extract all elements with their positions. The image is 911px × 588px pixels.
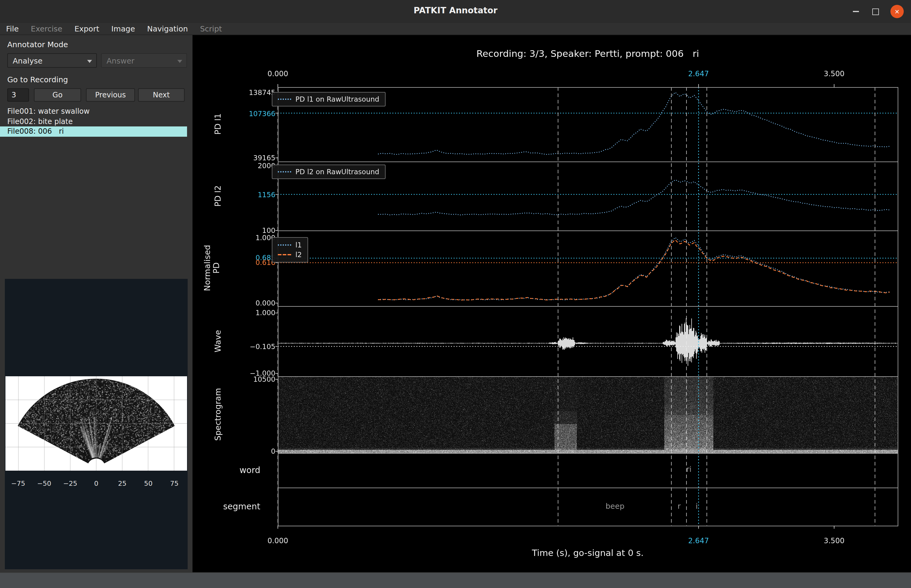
legend-pd-l1: PD l1 on RawUltrasound [272, 92, 385, 107]
legend-label: PD l1 on RawUltrasound [295, 95, 379, 103]
legend-label: l1 [295, 241, 302, 249]
tier-label-segment: segment [200, 501, 260, 511]
plot-canvas[interactable] [193, 35, 911, 572]
ultrasound-figure: −75 −50 −25 0 25 50 75 [5, 279, 188, 569]
minimize-icon [853, 11, 859, 12]
axis-label-wave: Wave [214, 330, 222, 352]
plot-region: Recording: 3/3, Speaker: Pertti, prompt:… [193, 35, 911, 572]
maximize-button[interactable] [869, 5, 882, 18]
segment-interval-text[interactable]: beep [588, 501, 642, 510]
line-sample-icon [278, 99, 291, 100]
ultrasound-xtick: 50 [136, 480, 160, 488]
ultrasound-xtick: 0 [84, 480, 108, 488]
xtick-top-cursor: 2.647 [671, 69, 726, 78]
chevron-down-icon [177, 60, 182, 63]
recording-number-input[interactable] [7, 88, 29, 102]
close-button[interactable]: ✕ [890, 5, 904, 18]
legend-pd-l2: PD l2 on RawUltrasound [272, 165, 385, 179]
xtick-bottom: 0.000 [251, 536, 305, 545]
maximize-icon [872, 8, 879, 15]
ytick: 10500 [227, 375, 275, 383]
axis-label-spectrogram: Spectrogram [214, 388, 222, 441]
xtick-top: 0.000 [251, 69, 305, 78]
menu-file[interactable]: File [0, 24, 25, 33]
ultrasound-xtick: −50 [32, 480, 56, 488]
legend-label: l2 [295, 250, 302, 259]
ytick: 2000 [227, 162, 275, 170]
ytick: 138745 [227, 88, 275, 97]
legend-normalised: l1 l2 [272, 237, 308, 263]
go-button[interactable]: Go [34, 88, 81, 102]
answer-select: Answer [101, 53, 187, 68]
ultrasound-canvas [5, 376, 187, 471]
titlebar: PATKIT Annotator ✕ [0, 0, 911, 23]
ytick-highlight: 107366 [227, 110, 275, 118]
menu-export[interactable]: Export [68, 24, 105, 33]
list-item[interactable]: File002: bite plate [0, 116, 193, 126]
list-item[interactable]: File001: water swallow [0, 107, 193, 116]
ytick: 0.000 [227, 299, 275, 307]
app-window: PATKIT Annotator ✕ File Exercise Export … [0, 0, 911, 588]
next-button[interactable]: Next [138, 88, 184, 102]
mode-select-value: Analyse [13, 56, 42, 65]
ytick: 0 [227, 447, 275, 456]
menu-navigation[interactable]: Navigation [141, 24, 194, 33]
ytick: −0.105 [227, 342, 275, 351]
word-interval-text[interactable]: ri [662, 465, 716, 474]
ytick-highlight-orange: 0.616 [227, 258, 275, 267]
menu-image[interactable]: Image [105, 24, 141, 33]
mode-select[interactable]: Analyse [7, 53, 97, 68]
minimize-button[interactable] [849, 5, 862, 18]
axis-label-pd-l1: PD l1 [214, 113, 222, 135]
close-icon: ✕ [895, 8, 900, 15]
ultrasound-xtick: −25 [58, 480, 83, 488]
axis-label-normalised-pd: Normalised PD [203, 245, 221, 291]
answer-select-value: Answer [107, 56, 134, 65]
xtick-bottom: 3.500 [807, 536, 861, 545]
window-title: PATKIT Annotator [0, 5, 911, 15]
sidebar: Annotator Mode Analyse Answer Go to Reco… [0, 35, 193, 572]
ytick: 39165 [227, 153, 275, 162]
xtick-bottom-cursor: 2.647 [671, 536, 726, 545]
ytick: 1.000 [227, 309, 275, 317]
legend-label: PD l2 on RawUltrasound [295, 168, 379, 176]
plot-title: Recording: 3/3, Speaker: Pertti, prompt:… [278, 48, 898, 59]
chevron-down-icon [87, 60, 92, 63]
ultrasound-xtick: 75 [162, 480, 186, 488]
list-item-selected[interactable]: File008: 006 ri [0, 126, 187, 136]
menu-exercise: Exercise [25, 24, 68, 33]
menu-script: Script [194, 24, 228, 33]
recording-list: File001: water swallow File002: bite pla… [0, 107, 193, 136]
menubar: File Exercise Export Image Navigation Sc… [0, 23, 911, 35]
annotator-mode-label: Annotator Mode [7, 40, 68, 49]
line-sample-icon [278, 244, 291, 246]
xtick-top: 3.500 [807, 69, 861, 78]
ytick: 1.000 [227, 234, 275, 242]
ytick-highlight: 1156 [227, 191, 275, 199]
ultrasound-xtick: 25 [110, 480, 134, 488]
tier-label-word: word [200, 465, 260, 475]
segment-interval-text[interactable]: i [670, 501, 724, 510]
goto-recording-label: Go to Recording [7, 75, 68, 84]
line-sample-icon [278, 254, 291, 255]
line-sample-icon [278, 171, 291, 173]
axis-label-pd-l2: PD l2 [214, 186, 222, 207]
x-axis-label: Time (s), go-signal at 0 s. [278, 548, 898, 558]
previous-button[interactable]: Previous [86, 88, 135, 102]
ultrasound-xtick: −75 [6, 480, 30, 488]
status-bar [0, 572, 911, 588]
